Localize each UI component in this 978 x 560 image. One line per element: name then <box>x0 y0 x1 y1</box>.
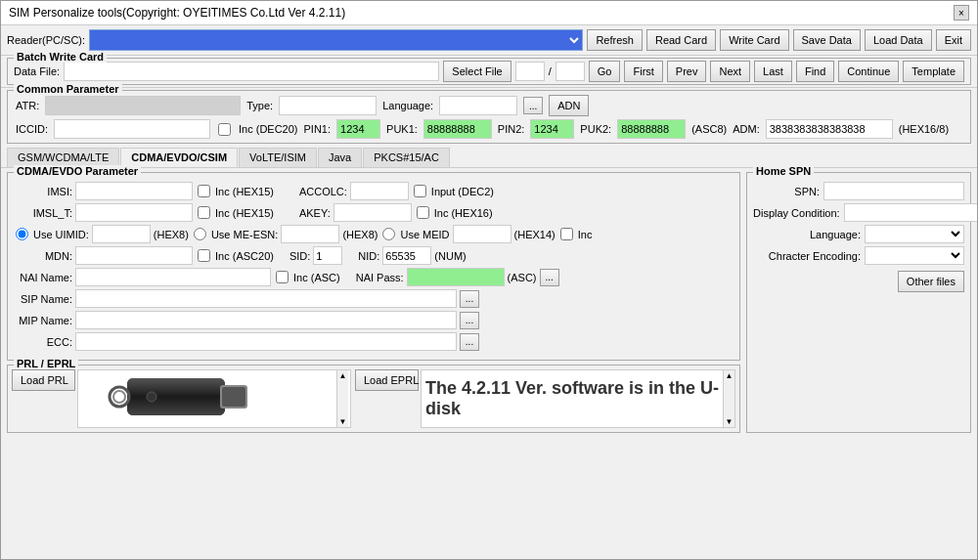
eprl-scrollbar[interactable]: ▲ ▼ <box>723 370 734 427</box>
home-spn-panel: Home SPN SPN: Display Condition: Languag… <box>746 172 971 433</box>
char-encoding-label: Chracter Encoding: <box>753 250 861 262</box>
sip-name-input[interactable] <box>75 289 457 308</box>
adn-button[interactable]: ADN <box>549 95 589 116</box>
use-me-esn-radio[interactable] <box>194 228 206 240</box>
imsi-inc-hex15-label: Inc (HEX15) <box>215 186 274 197</box>
mdn-inc-checkbox[interactable] <box>198 249 210 262</box>
nai-pass-ellipsis-button[interactable]: ... <box>540 269 559 286</box>
akey-inc-checkbox[interactable] <box>417 206 429 219</box>
atr-input[interactable] <box>45 96 241 115</box>
toolbar: Reader(PC/SC): Refresh Read Card Write C… <box>1 25 977 56</box>
prl-scrollbar[interactable]: ▲ ▼ <box>336 370 348 427</box>
app-title: SIM Personalize tools(Copyright: OYEITIM… <box>9 6 345 20</box>
akey-input[interactable] <box>333 203 412 222</box>
meid-input[interactable] <box>453 225 511 243</box>
load-eprl-button[interactable]: Load EPRL <box>355 369 419 391</box>
nai-pass-input[interactable] <box>407 268 505 286</box>
tab-cdma-evdo-csim[interactable]: CDMA/EVDO/CSIM <box>120 148 238 167</box>
svg-point-4 <box>147 392 156 402</box>
imsi-inc-checkbox[interactable] <box>198 185 210 197</box>
mip-name-label: MIP Name: <box>14 315 72 326</box>
imsi-input[interactable] <box>75 182 193 200</box>
refresh-button[interactable]: Refresh <box>587 29 643 51</box>
exit-button[interactable]: Exit <box>936 29 971 51</box>
puk1-input[interactable] <box>423 119 492 139</box>
display-cond-label: Display Condition: <box>753 207 840 219</box>
nav-total[interactable] <box>556 62 585 81</box>
puk2-label: PUK2: <box>580 123 611 135</box>
nai-name-input[interactable] <box>75 268 271 286</box>
mdn-row: MDN: Inc (ASC20) SID: NID: (NUM) <box>14 246 734 265</box>
use-uimid-label: Use UIMID: <box>33 229 89 240</box>
nai-name-inc-checkbox[interactable] <box>276 271 289 283</box>
spn-input[interactable] <box>823 182 964 200</box>
other-files-button[interactable]: Other files <box>898 271 964 292</box>
spn-label: SPN: <box>753 186 820 197</box>
save-data-button[interactable]: Save Data <box>793 29 861 51</box>
meid-hex14-label: (HEX14) <box>514 229 556 240</box>
ecc-ellipsis-button[interactable]: ... <box>460 333 479 351</box>
tab-gsm-wcdma-lte[interactable]: GSM/WCDMA/LTE <box>7 148 119 167</box>
nid-input[interactable] <box>382 246 431 265</box>
accolc-input[interactable] <box>350 182 409 200</box>
mdn-inc-asc20-label: Inc (ASC20) <box>215 250 274 262</box>
uimid-row: Use UIMID: (HEX8) Use ME-ESN: (HEX8) Use… <box>14 225 734 243</box>
first-button[interactable]: First <box>624 61 662 82</box>
uimid-input[interactable] <box>92 225 151 243</box>
language-ellipsis-button[interactable]: ... <box>523 97 543 114</box>
tab-java[interactable]: Java <box>318 148 362 167</box>
data-file-label: Data File: <box>14 65 60 77</box>
language-select[interactable] <box>865 225 964 243</box>
close-button[interactable]: × <box>954 5 969 21</box>
nid-label: NID: <box>358 250 379 262</box>
sid-input[interactable] <box>313 246 342 265</box>
imsl-input[interactable] <box>75 203 193 222</box>
mip-name-ellipsis-button[interactable]: ... <box>460 312 479 329</box>
read-card-button[interactable]: Read Card <box>646 29 716 51</box>
asc8-label: (ASC8) <box>691 123 727 135</box>
use-meid-radio[interactable] <box>382 228 395 240</box>
mip-name-input[interactable] <box>75 311 457 329</box>
language-input[interactable] <box>439 96 517 115</box>
write-card-button[interactable]: Write Card <box>720 29 788 51</box>
reader-select[interactable] <box>89 29 583 51</box>
use-uimid-radio[interactable] <box>16 228 28 240</box>
pin2-label: PIN2: <box>498 123 525 135</box>
adm-input[interactable] <box>766 119 893 139</box>
tab-pkcs15-ac[interactable]: PKCS#15/AC <box>363 148 450 167</box>
prev-button[interactable]: Prev <box>667 61 707 82</box>
nav-current[interactable] <box>515 62 545 81</box>
continue-button[interactable]: Continue <box>838 61 899 82</box>
puk2-input[interactable] <box>617 119 686 139</box>
prl-scroll-down[interactable]: ▼ <box>339 417 347 426</box>
meid-inc-checkbox[interactable] <box>560 228 573 240</box>
load-data-button[interactable]: Load Data <box>865 29 932 51</box>
ecc-input[interactable] <box>75 332 457 351</box>
prl-scroll-up[interactable]: ▲ <box>339 371 347 380</box>
sip-name-ellipsis-button[interactable]: ... <box>460 290 479 308</box>
template-button[interactable]: Template <box>903 61 964 82</box>
select-file-button[interactable]: Select File <box>443 61 511 82</box>
akey-label: AKEY: <box>299 207 331 219</box>
load-prl-button[interactable]: Load PRL <box>12 369 75 391</box>
pin2-input[interactable] <box>530 119 574 139</box>
go-button[interactable]: Go <box>589 61 621 82</box>
mdn-input[interactable] <box>75 246 193 265</box>
eprl-scroll-up[interactable]: ▲ <box>726 371 734 380</box>
iccid-inc-checkbox[interactable] <box>218 123 231 136</box>
type-input[interactable] <box>279 96 377 115</box>
next-button[interactable]: Next <box>710 61 750 82</box>
me-esn-input[interactable] <box>281 225 339 243</box>
eprl-scroll-down[interactable]: ▼ <box>726 417 734 426</box>
accolc-input-checkbox[interactable] <box>414 185 426 197</box>
display-cond-input[interactable] <box>844 203 978 222</box>
iccid-input[interactable] <box>54 119 210 139</box>
char-encoding-select[interactable] <box>865 246 964 265</box>
find-button[interactable]: Find <box>796 61 834 82</box>
imsl-inc-checkbox[interactable] <box>198 206 210 219</box>
data-file-input[interactable] <box>64 62 439 81</box>
tab-volte-isim[interactable]: VoLTE/ISIM <box>239 148 317 167</box>
last-button[interactable]: Last <box>754 61 792 82</box>
pin1-input[interactable] <box>336 119 380 139</box>
pin1-label: PIN1: <box>304 123 332 135</box>
